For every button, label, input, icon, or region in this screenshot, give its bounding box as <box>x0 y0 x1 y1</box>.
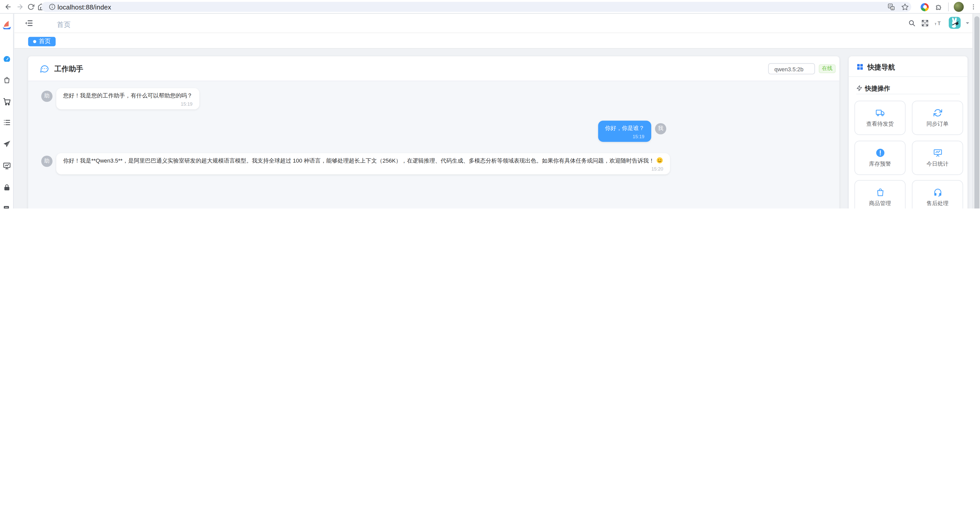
presentation-chart-icon <box>933 148 942 158</box>
quick-nav-header: 快捷导航 <box>849 56 967 76</box>
chat-bubble-icon <box>40 64 49 74</box>
quick-action-label: 同步订单 <box>913 121 963 128</box>
profile-avatar[interactable] <box>954 2 964 12</box>
quick-action-view-pending-ship[interactable]: 查看待发货 <box>854 100 906 135</box>
message-text: 您好！我是您的工作助手，有什么可以帮助您的吗？ <box>63 92 192 100</box>
chat-message-user: 你好，你是谁？ 15:19 <box>598 121 651 142</box>
divider <box>856 94 960 94</box>
quick-action-label: 查看待发货 <box>855 121 905 128</box>
refresh-icon <box>933 108 942 118</box>
info-icon[interactable] <box>49 3 56 10</box>
sailboat-logo[interactable] <box>1 20 12 30</box>
chat-message-assistant: 你好！我是**Qwen3.5**，是阿里巴巴通义实验室研发的超大规模语言模型。我… <box>56 153 670 174</box>
cart-icon[interactable] <box>3 97 11 106</box>
chat-panel: 工作助手 qwen3.5:2b 在线 助 您好！我是您的工作助手，有什么可以帮助… <box>28 56 840 208</box>
tag-label: 首页 <box>39 37 51 46</box>
app-header: 首页 тT <box>14 14 972 33</box>
quick-action-today-stats[interactable]: 今日统计 <box>912 140 963 175</box>
quick-action-label: 商品管理 <box>855 200 905 207</box>
svg-text:文: 文 <box>891 7 894 10</box>
browser-toolbar: G文 localhost:88/index <box>0 0 980 14</box>
caret-down-icon[interactable] <box>965 21 970 25</box>
scrollbar-thumb[interactable] <box>974 16 980 208</box>
breadcrumb[interactable]: 首页 <box>57 20 71 29</box>
user-chat-avatar: 我 <box>655 123 667 134</box>
kebab-menu-icon[interactable] <box>970 3 977 10</box>
quick-action-aftersale[interactable]: 售后处理 <box>912 180 963 209</box>
headset-icon <box>933 188 942 197</box>
message-time: 15:20 <box>63 166 663 172</box>
quick-action-product-mgmt[interactable]: 商品管理 <box>854 180 906 209</box>
back-icon[interactable] <box>4 3 12 10</box>
search-icon[interactable] <box>908 19 916 27</box>
alert-circle-icon <box>875 148 885 158</box>
status-badge: 在线 <box>819 64 836 73</box>
tags-view-bar: 首页 <box>14 33 972 49</box>
smiling-face-emoji <box>656 157 663 164</box>
paper-plane-icon[interactable] <box>3 140 11 148</box>
user-avatar[interactable] <box>949 17 961 29</box>
svg-text:T: T <box>937 20 941 26</box>
quick-actions-title: 快捷操作 <box>865 84 890 93</box>
chevron-down-icon <box>774 67 810 72</box>
message-text: 你好，你是谁？ <box>605 124 644 132</box>
quick-action-stock-alert[interactable]: 库存预警 <box>854 140 906 175</box>
chat-title: 工作助手 <box>54 64 83 74</box>
quick-action-label: 今日统计 <box>913 161 963 168</box>
quick-action-label: 售后处理 <box>913 200 963 207</box>
translate-icon[interactable]: G文 <box>888 3 895 11</box>
tag-home[interactable]: 首页 <box>28 37 56 46</box>
extensions-puzzle-icon[interactable] <box>935 3 943 10</box>
fullscreen-icon[interactable] <box>921 19 929 27</box>
app-sidebar <box>0 14 14 209</box>
dashboard-gauge-icon[interactable] <box>3 55 11 63</box>
message-time: 15:19 <box>63 101 192 107</box>
assistant-avatar: 助 <box>41 156 52 167</box>
shopping-bag-icon[interactable] <box>3 76 10 84</box>
quick-nav-title: 快捷导航 <box>867 62 895 72</box>
toolbar-separator <box>948 3 949 11</box>
server-gear-icon[interactable] <box>3 205 11 209</box>
quick-nav-panel: 快捷导航 快捷操作 查看待发货 同步订单 库存预警 今日统计 商品管理 <box>849 56 967 208</box>
quick-action-label: 库存预警 <box>855 161 905 168</box>
quick-action-sync-orders[interactable]: 同步订单 <box>912 100 963 135</box>
screen: G文 localhost:88/index <box>0 0 980 209</box>
chat-message-assistant: 您好！我是您的工作助手，有什么可以帮助您的吗？ 15:19 <box>56 88 199 110</box>
truck-icon <box>875 108 885 118</box>
assistant-avatar: 助 <box>41 91 52 102</box>
page-scrollbar[interactable] <box>972 14 980 209</box>
font-size-icon[interactable]: тT <box>934 19 943 27</box>
reload-icon[interactable] <box>27 3 34 10</box>
monitor-chart-icon[interactable] <box>3 162 11 170</box>
zap-icon <box>856 85 862 91</box>
active-dot <box>33 40 36 43</box>
message-time: 15:19 <box>605 134 644 140</box>
shopping-bag-icon <box>875 188 885 197</box>
model-select[interactable]: qwen3.5:2b <box>768 63 815 74</box>
extension-ring-icon[interactable] <box>921 3 929 11</box>
bookmark-star-icon[interactable] <box>901 3 909 11</box>
message-text: 你好！我是**Qwen3.5**，是阿里巴巴通义实验室研发的超大规模语言模型。我… <box>63 157 663 165</box>
list-icon[interactable] <box>3 119 10 126</box>
grid-icon <box>856 63 864 70</box>
svg-text:т: т <box>935 22 936 26</box>
forward-icon[interactable] <box>16 3 24 10</box>
lock-icon[interactable] <box>3 184 10 191</box>
address-bar[interactable]: G文 <box>41 2 911 12</box>
collapse-sidebar-icon[interactable] <box>25 19 33 27</box>
chat-header: 工作助手 qwen3.5:2b 在线 <box>28 56 840 81</box>
url-text[interactable]: localhost:88/index <box>57 3 111 11</box>
